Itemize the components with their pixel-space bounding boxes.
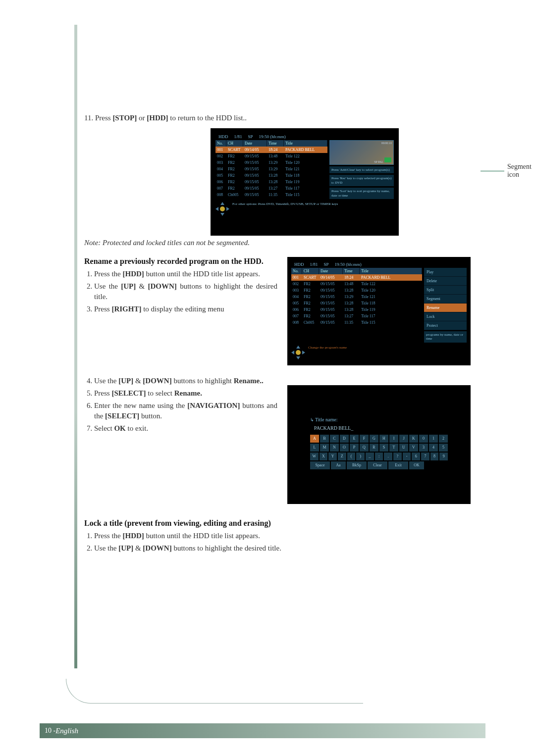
kbd-key: 5	[439, 444, 448, 452]
menu-item-lock: Lock	[424, 312, 467, 321]
lock-heading: Lock a title (prevent from viewing, edit…	[84, 519, 481, 528]
kbd-key: O	[340, 444, 349, 452]
kbd-key: 4	[429, 444, 438, 452]
kbd-row: ABCDEFGHIJK012	[310, 435, 448, 443]
key-hdd: [HDD]	[147, 114, 168, 122]
text: Press	[95, 114, 112, 122]
table-row: 001SCART09/14/0518:24PACKARD BELL	[215, 147, 327, 153]
kbd-action-row: SpaceAaBkSpClearExitOK	[310, 461, 448, 469]
kbd-key: .	[384, 453, 392, 460]
rename-step-7: Select OK to exit.	[94, 423, 277, 434]
osd-screenshot-a: HDD 1/81 SP 19:50 (hh:mm) No. CH Date Ti…	[211, 128, 399, 236]
kbd-key: L	[310, 444, 319, 452]
kbd-key: (	[347, 453, 356, 460]
step-11: 11. Press [STOP] or [HDD] to return to t…	[84, 114, 481, 122]
callout-line	[481, 171, 504, 171]
index: 1/81	[234, 134, 242, 139]
kbd-key: M	[320, 444, 329, 452]
rename-steps-4-7: Use the [UP] & [DOWN] buttons to highlig…	[84, 376, 277, 434]
kbd-key: D	[340, 435, 349, 443]
thumb-time: 00:00:10	[381, 142, 392, 145]
spacer	[84, 316, 277, 376]
col-ch: CH	[302, 268, 319, 274]
kbd-key: X	[320, 453, 328, 460]
menu-item-segment: Segment	[424, 295, 467, 303]
table-row: 008Ch00509/15/0511:35Title 115	[215, 192, 327, 198]
kbd-key: ?	[393, 453, 402, 460]
rename-steps-1-3: Press the [HDD] button until the HDD tit…	[84, 269, 277, 314]
enter-arrow-icon: ↳	[310, 417, 314, 422]
kbd-key: Y	[328, 453, 337, 460]
rename-step-6: Enter the new name using the [NAVIGATION…	[94, 401, 277, 421]
hdd-icon-label: HDD	[294, 262, 304, 267]
kbd-key: J	[399, 435, 408, 443]
col-no: No.	[291, 268, 302, 274]
step-number: 11.	[84, 114, 93, 122]
table-row: 002FR209/15/0513:48Title 122	[291, 281, 422, 287]
screenshot-a-wrap: HDD 1/81 SP 19:50 (hh:mm) No. CH Date Ti…	[129, 128, 481, 236]
table-row: 005FR209/15/0513:28Title 118	[215, 172, 327, 179]
kbd-row: LMNOPQRSTUV345	[310, 444, 448, 452]
navpad-icon	[215, 202, 229, 216]
decorative-curve	[66, 679, 363, 704]
table-row: 003FR209/15/0513:29Title 120	[215, 159, 327, 166]
osd-footer: For other options: Press DVD, Timeshift,…	[215, 202, 394, 216]
osd-body: No. CH Date Time Title 001SCART09/14/051…	[291, 268, 467, 343]
table-row: 005FR209/15/0513:28Title 118	[291, 300, 422, 306]
duration: 19:50 (hh:mm)	[335, 262, 362, 267]
kbd-key: 0	[419, 435, 428, 443]
index: 1/81	[310, 262, 318, 267]
kbd-action-aa: Aa	[331, 461, 346, 469]
col-title: Title	[360, 268, 422, 274]
menu-item-delete: Delete	[424, 277, 467, 286]
hint-sort-tail: programs by name, date or time	[424, 331, 467, 343]
kbd-key: :	[375, 453, 383, 460]
kbd-key: 2	[439, 435, 448, 443]
table-row: 004FR209/15/0513:29Title 121	[215, 166, 327, 172]
col-date: Date	[243, 140, 267, 147]
table-row: 004FR209/15/0513:29Title 121	[291, 294, 422, 300]
kbd-key: R	[370, 444, 378, 452]
kbd-key: -	[403, 453, 411, 460]
table-row: 007FR209/15/0513:27Title 117	[291, 313, 422, 319]
table-row: 008Ch00509/15/0511:35Title 115	[291, 319, 422, 326]
osd-screenshot-b: HDD 1/81 SP 19:50 (hh:mm) No. CH Date Ti…	[287, 257, 471, 365]
menu-item-split: Split	[424, 286, 467, 295]
kbd-key: A	[310, 435, 319, 443]
key-stop: [STOP]	[112, 114, 137, 122]
keyboard-panel: ↳Title name: PACKARD BELL_ ABCDEFGHIJK01…	[307, 414, 451, 473]
edit-menu: PlayDeleteSplitSegmentRenameLockProtect …	[424, 268, 467, 343]
title-field: PACKARD BELL_	[314, 425, 448, 431]
kbd-key: V	[409, 444, 418, 452]
table-row: 007FR209/15/0513:27Title 117	[215, 185, 327, 192]
lock-step-1: Press the [HDD] button until the HDD tit…	[94, 531, 481, 541]
menu-item-rename: Rename	[424, 303, 467, 312]
segment-icon-callout: Segment icon	[481, 163, 535, 179]
kbd-key: P	[350, 444, 359, 452]
rename-heading: Rename a previously recorded program on …	[84, 257, 277, 266]
kbd-label: ↳Title name:	[310, 417, 448, 422]
note-protected: Note: Protected and locked titles can no…	[84, 239, 481, 247]
page-number: 10 -	[45, 727, 55, 735]
kbd-action-clear: Clear	[368, 461, 387, 469]
kbd-key: W	[310, 453, 319, 460]
rename-step-5: Press [SELECT] to select Rename.	[94, 388, 277, 399]
text: to return to the HDD list..	[168, 114, 247, 122]
kbd-key: E	[350, 435, 359, 443]
osd-side-panel: 00:00:10 SP PAL Press 'Add/Clear' key to…	[329, 140, 394, 199]
title-table: No. CH Date Time Title 001SCART09/14/051…	[291, 268, 422, 343]
kbd-key: 3	[419, 444, 428, 452]
navpad-icon	[291, 346, 305, 359]
kbd-key: _	[366, 453, 374, 460]
menu-item-protect: Protect	[424, 321, 467, 330]
osd-header: HDD 1/81 SP 19:50 (hh:mm)	[215, 133, 394, 140]
rename-step-3: Press [RIGHT] to display the editing men…	[94, 304, 277, 314]
table-row: 001SCART09/14/0518:24PACKARD BELL	[291, 274, 422, 281]
col-date: Date	[319, 268, 343, 274]
duration: 19:50 (hh:mm)	[259, 134, 286, 139]
side-gradient-bar	[74, 25, 77, 668]
segment-icon	[384, 157, 391, 162]
kbd-action-space: Space	[310, 461, 330, 469]
rename-step-1: Press the [HDD] button until the HDD tit…	[94, 269, 277, 279]
hdd-icon-label: HDD	[218, 134, 228, 139]
